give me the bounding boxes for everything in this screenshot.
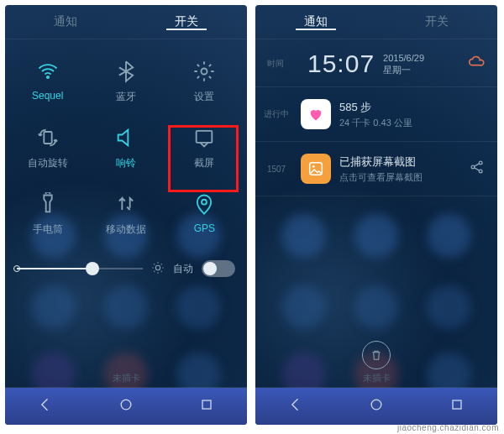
nav-home[interactable] <box>368 396 385 416</box>
svg-rect-2 <box>44 132 51 144</box>
tile-label: GPS <box>194 222 215 234</box>
data-icon <box>114 192 138 216</box>
svg-point-4 <box>202 200 207 205</box>
svg-point-11 <box>479 161 482 165</box>
clear-all-button[interactable] <box>362 341 391 369</box>
svg-point-1 <box>202 69 207 75</box>
watermark-sub: jiaocheng.chazidian.com <box>394 424 499 432</box>
svg-point-9 <box>312 165 315 168</box>
tile-ringer[interactable]: 响铃 <box>87 114 165 180</box>
phone-right: 通知 开关 时间 15:07 2015/6/29 星期一 进行中 <box>255 5 497 425</box>
nav-bar <box>255 388 497 425</box>
bluetooth-icon <box>114 60 138 83</box>
auto-brightness-label: 自动 <box>173 262 193 276</box>
nav-bar <box>5 388 247 425</box>
tile-bluetooth[interactable]: 蓝牙 <box>87 48 165 114</box>
svg-rect-14 <box>453 400 461 409</box>
health-app-icon <box>301 99 331 129</box>
tab-switches[interactable]: 开关 <box>376 14 497 29</box>
svg-point-5 <box>155 265 160 269</box>
speaker-icon <box>114 126 138 149</box>
sun-icon <box>151 261 165 277</box>
tile-autorotate[interactable]: 自动旋转 <box>8 114 87 180</box>
gear-icon <box>192 60 216 83</box>
gallery-app-icon <box>301 154 331 184</box>
phone-left: 通知 开关 Sequel 蓝牙 <box>5 5 247 425</box>
svg-point-12 <box>479 170 482 173</box>
tile-label: 设置 <box>194 90 214 104</box>
ongoing-label: 进行中 <box>260 108 292 120</box>
notification-screenshot[interactable]: 1507 已捕获屏幕截图 点击可查看屏幕截图 <box>255 145 497 192</box>
tile-label: 手电筒 <box>33 222 63 237</box>
location-icon <box>192 192 216 216</box>
time-header: 时间 15:07 2015/6/29 星期一 <box>255 39 497 83</box>
highlight-screenshot-tile <box>168 125 239 192</box>
tile-settings[interactable]: 设置 <box>165 48 244 114</box>
tile-label: Sequel <box>32 90 63 102</box>
panel-tabs: 通知 开关 <box>5 5 247 39</box>
svg-point-0 <box>46 76 48 78</box>
nav-recent[interactable] <box>198 396 215 416</box>
auto-brightness-toggle[interactable] <box>202 260 235 277</box>
notif-subtitle: 24 千卡 0.43 公里 <box>339 117 486 129</box>
nav-home[interactable] <box>118 396 134 416</box>
notif-subtitle: 点击可查看屏幕截图 <box>339 171 460 184</box>
current-date: 2015/6/29 <box>383 52 424 64</box>
panel-tabs: 通知 开关 <box>255 5 497 39</box>
current-time: 15:07 <box>307 50 375 78</box>
sim-status: 未插卡 <box>255 372 497 384</box>
weather-icon[interactable] <box>467 53 486 75</box>
tile-mobiledata[interactable]: 移动数据 <box>87 180 165 247</box>
svg-rect-7 <box>202 400 211 409</box>
notif-title: 585 步 <box>339 100 486 115</box>
tile-label: 移动数据 <box>106 222 146 237</box>
tile-label: 响铃 <box>116 156 136 170</box>
brightness-slider[interactable] <box>17 260 143 277</box>
notif-time: 1507 <box>260 165 292 174</box>
flashlight-icon <box>36 192 60 216</box>
current-weekday: 星期一 <box>383 64 424 76</box>
svg-point-10 <box>471 165 475 169</box>
nav-recent[interactable] <box>449 396 465 416</box>
time-column-label: 时间 <box>267 58 299 70</box>
notif-title: 已捕获屏幕截图 <box>339 154 460 170</box>
wifi-icon <box>36 60 60 83</box>
tile-label: 蓝牙 <box>116 90 136 104</box>
tile-flashlight[interactable]: 手电筒 <box>8 180 87 247</box>
notification-steps[interactable]: 进行中 585 步 24 千卡 0.43 公里 <box>255 91 497 138</box>
sim-status: 未插卡 <box>5 372 247 384</box>
tile-label: 自动旋转 <box>28 156 68 170</box>
tile-wifi[interactable]: Sequel <box>8 48 87 114</box>
tab-notifications[interactable]: 通知 <box>255 14 376 29</box>
tab-switches[interactable]: 开关 <box>126 14 247 29</box>
rotate-icon <box>36 126 60 149</box>
svg-point-6 <box>121 400 131 410</box>
nav-back[interactable] <box>37 396 54 416</box>
nav-back[interactable] <box>287 396 304 416</box>
tab-notifications[interactable]: 通知 <box>5 14 126 29</box>
svg-point-13 <box>371 400 381 410</box>
share-icon[interactable] <box>469 159 486 179</box>
brightness-row: 自动 <box>5 247 247 290</box>
